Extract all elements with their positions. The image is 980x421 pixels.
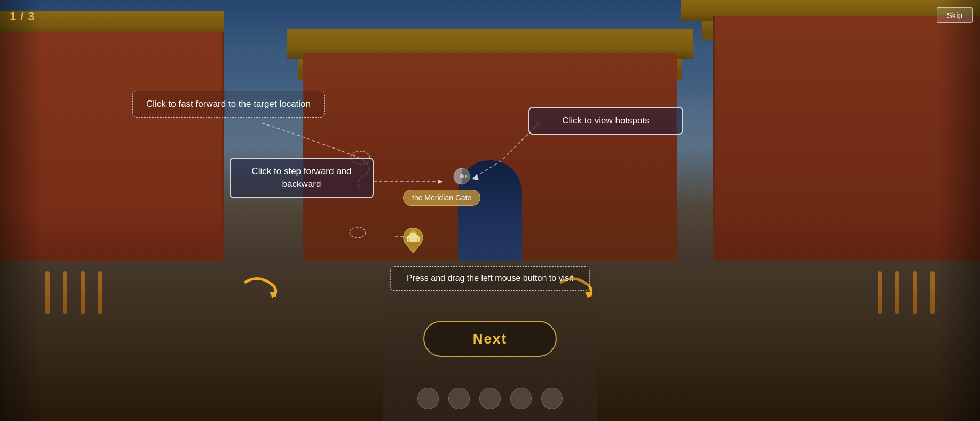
svg-point-3 xyxy=(350,227,366,238)
hotspot-pavilion-icon[interactable] xyxy=(399,222,427,254)
tooltip-stepforward-text: Click to step forward and backward xyxy=(251,166,351,189)
svg-marker-2 xyxy=(472,174,479,180)
bottom-dot-5[interactable] xyxy=(541,388,563,409)
bottom-dot-3[interactable] xyxy=(479,388,501,409)
svg-rect-12 xyxy=(417,238,418,242)
panorama-icon[interactable] xyxy=(453,167,471,185)
bottom-dots-container xyxy=(417,388,563,409)
drag-arrow-left xyxy=(243,271,280,305)
svg-marker-1 xyxy=(438,180,443,184)
drag-instruction: Press and drag the left mouse button to … xyxy=(390,266,590,291)
bottom-dot-4[interactable] xyxy=(510,388,532,409)
tooltip-fastforward-text: Click to fast forward to the target loca… xyxy=(146,99,311,109)
annotation-lines xyxy=(0,0,980,421)
meridian-gate-label: the Meridian Gate xyxy=(403,190,480,206)
svg-rect-11 xyxy=(408,238,409,242)
next-button[interactable]: Next xyxy=(423,321,557,357)
drag-instruction-text: Press and drag the left mouse button to … xyxy=(407,274,573,283)
tooltip-stepforward: Click to step forward and backward xyxy=(230,158,374,198)
tooltip-hotspots: Click to view hotspots xyxy=(528,107,683,135)
tooltip-hotspots-text: Click to view hotspots xyxy=(562,115,649,126)
skip-button[interactable]: Skip xyxy=(937,7,973,23)
svg-point-6 xyxy=(460,174,464,178)
page-counter: 1 / 3 xyxy=(10,10,35,24)
bottom-dot-2[interactable] xyxy=(448,388,470,409)
bottom-dot-1[interactable] xyxy=(417,388,439,409)
meridian-gate-text: the Meridian Gate xyxy=(412,193,471,202)
tooltip-fastforward: Click to fast forward to the target loca… xyxy=(132,91,325,118)
